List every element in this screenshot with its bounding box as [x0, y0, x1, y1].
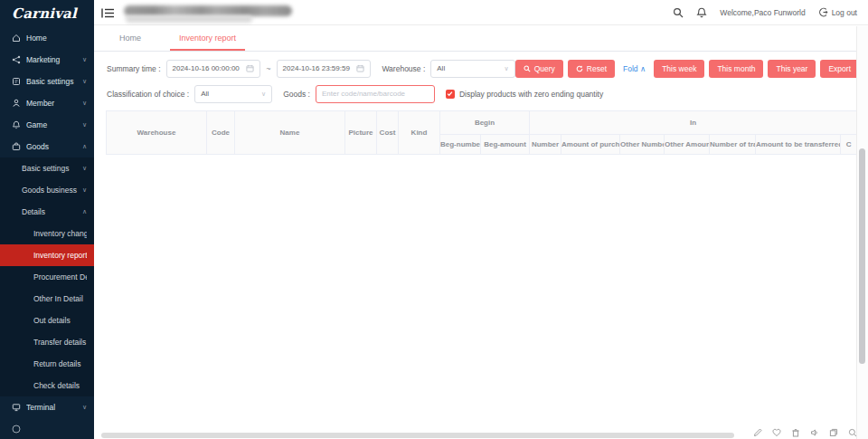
col-amount-of-purchase: Amount of purchase — [561, 135, 620, 155]
bell-icon[interactable] — [696, 7, 707, 18]
magnifier-icon[interactable] — [848, 428, 857, 437]
tab-bar: Home Inventory report — [94, 25, 868, 52]
sidebar: Carnival HomeMarketing∨Basic settings∨Me… — [0, 0, 94, 439]
settings-icon — [12, 77, 21, 86]
sidebar-item-label: Goods — [26, 142, 79, 151]
reset-button[interactable]: Reset — [568, 60, 615, 78]
table-header: Warehouse Code Name Picture Cost Kind Be… — [107, 111, 857, 155]
export-button[interactable]: Export — [820, 60, 859, 78]
sidebar-item-terminal[interactable]: Terminal∨ — [0, 396, 94, 418]
classification-label: Classification of choice : — [107, 90, 189, 99]
sidebar-item-label: Terminal — [26, 403, 79, 412]
sidebar-item-label: Check details — [33, 381, 87, 390]
sidebar-item-procurement-detail-table[interactable]: Procurement Detail Table — [0, 266, 94, 288]
this-month-button[interactable]: This month — [709, 60, 763, 78]
warehouse-select[interactable]: All ∨ — [430, 60, 514, 78]
group-begin: Begin — [440, 111, 530, 135]
sidebar-item-check-details[interactable]: Check details — [0, 375, 94, 396]
sidebar-item-marketing[interactable]: Marketing∨ — [0, 49, 94, 71]
col-code: Code — [207, 111, 235, 155]
goods-submenu: Basic settings∨Goods business∨Details∧In… — [0, 157, 94, 396]
sidebar-item-label: Basic settings — [22, 164, 79, 173]
calendar-icon — [356, 64, 364, 72]
sidebar-item-home[interactable]: Home — [0, 27, 94, 49]
chevron-down-icon: ∨ — [82, 165, 87, 172]
col-number-of-transfers: Number of transfers — [710, 135, 756, 155]
col-cost: Cost — [377, 111, 399, 155]
chevron-up-icon: ∧ — [82, 208, 87, 215]
sidebar-item-other-in-detail[interactable]: Other In Detail — [0, 288, 94, 310]
query-button[interactable]: Query — [515, 60, 563, 78]
chevron-up-icon: ∧ — [82, 143, 87, 150]
collapse-menu-icon[interactable] — [101, 6, 115, 18]
col-name: Name — [235, 111, 345, 155]
sidebar-item-member[interactable]: Member∨ — [0, 92, 94, 114]
sidebar-bottom-menu: Terminal∨ — [0, 396, 94, 418]
sidebar-item-label: Other In Detail — [33, 294, 87, 303]
tab-inventory-report[interactable]: Inventory report — [175, 26, 240, 51]
horizontal-scrollbar-thumb[interactable] — [101, 433, 734, 438]
sidebar-item-label: Return details — [33, 359, 87, 368]
sidebar-item-basic-settings[interactable]: Basic settings∨ — [0, 71, 94, 92]
vertical-scrollbar-track — [856, 26, 868, 439]
tab-home[interactable]: Home — [116, 26, 145, 51]
refresh-icon — [576, 65, 583, 72]
inventory-table: Warehouse Code Name Picture Cost Kind Be… — [106, 110, 856, 433]
chevron-down-icon: ∨ — [82, 100, 87, 107]
search-icon — [524, 65, 531, 72]
date-to-input[interactable]: 2024-10-16 23:59:59 — [277, 60, 372, 78]
col-other-amount: Other Amount — [665, 135, 710, 155]
sidebar-item-label: Game — [26, 120, 79, 129]
overlay-toolbar — [753, 428, 857, 437]
this-year-button[interactable]: This year — [768, 60, 816, 78]
game-icon — [12, 120, 21, 129]
sidebar-item-basic-settings[interactable]: Basic settings∨ — [0, 157, 94, 179]
col-warehouse: Warehouse — [107, 111, 207, 155]
volume-icon[interactable] — [810, 428, 819, 437]
sidebar-item-goods-business[interactable]: Goods business∨ — [0, 179, 94, 201]
col-kind: Kind — [399, 111, 440, 155]
sidebar-item-label: Inventory report — [33, 251, 87, 260]
sidebar-item-label: Inventory change details — [33, 229, 87, 238]
chevron-down-icon: ∨ — [82, 186, 87, 194]
sidebar-item-inventory-change-details[interactable]: Inventory change details — [0, 223, 94, 244]
heart-icon[interactable] — [772, 428, 781, 437]
redacted-store-name — [124, 4, 296, 22]
this-week-button[interactable]: This week — [654, 60, 704, 78]
chevron-down-icon: ∨ — [505, 65, 509, 72]
welcome-text: Welcome,Paco Funworld — [720, 8, 805, 17]
zero-quantity-checkbox[interactable] — [446, 90, 455, 99]
vertical-scrollbar-thumb[interactable] — [859, 148, 865, 364]
goods-input[interactable] — [322, 90, 429, 98]
fold-toggle[interactable]: Fold ∧ — [623, 64, 646, 73]
pen-icon[interactable] — [753, 428, 762, 437]
warehouse-label: Warehouse : — [382, 64, 425, 73]
classification-select[interactable]: All ∨ — [194, 85, 272, 103]
search-icon[interactable] — [673, 7, 684, 18]
copy-icon[interactable] — [829, 428, 838, 437]
logout-icon — [818, 7, 828, 17]
chevron-down-icon: ∨ — [82, 56, 87, 63]
col-other-number: Other Number — [620, 135, 665, 155]
sidebar-item-partial[interactable] — [0, 418, 94, 439]
sidebar-item-details[interactable]: Details∧ — [0, 201, 94, 223]
summary-time-label: Summary time : — [107, 64, 161, 73]
goods-icon — [12, 142, 21, 151]
col-amount-to-be-transferred: Amount to be transferred — [756, 135, 841, 155]
date-from-input[interactable]: 2024-10-16 00:00:00 — [166, 60, 261, 78]
sidebar-item-return-details[interactable]: Return details — [0, 353, 94, 375]
goods-label: Goods : — [283, 90, 310, 99]
chevron-down-icon: ∨ — [82, 404, 87, 411]
sidebar-item-transfer-details[interactable]: Transfer details — [0, 331, 94, 353]
sidebar-item-inventory-report[interactable]: Inventory report — [0, 244, 94, 266]
sidebar-item-goods[interactable]: Goods∧ — [0, 136, 94, 157]
sidebar-item-game[interactable]: Game∨ — [0, 114, 94, 136]
home-icon — [12, 33, 21, 43]
download-icon — [12, 425, 21, 434]
sidebar-item-out-details[interactable]: Out details — [0, 310, 94, 331]
trash-icon[interactable] — [791, 428, 800, 437]
logout-button[interactable]: Log out — [818, 7, 857, 17]
terminal-icon — [12, 403, 21, 412]
calendar-icon — [246, 64, 254, 72]
chevron-down-icon: ∨ — [261, 91, 266, 98]
